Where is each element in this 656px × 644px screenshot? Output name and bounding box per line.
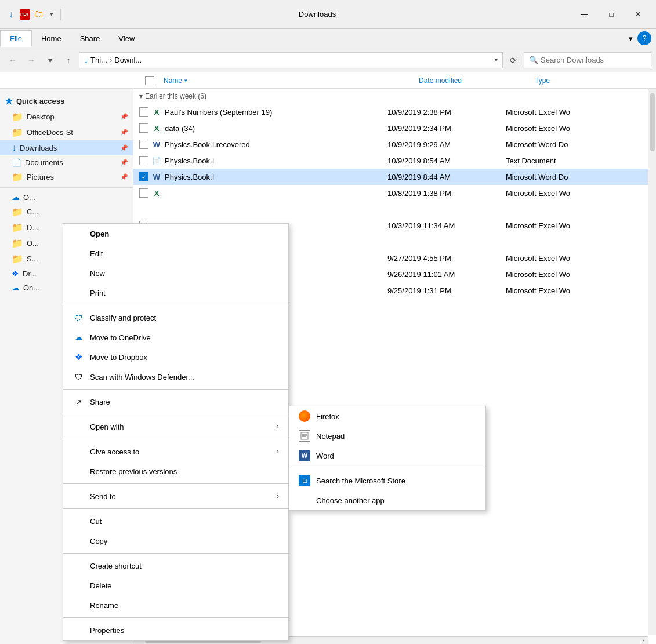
onedrive-icon: ☁: [12, 192, 20, 202]
back-button[interactable]: ←: [5, 52, 21, 68]
search-input[interactable]: [541, 56, 646, 64]
file-type: Microsoft Excel Wo: [506, 108, 650, 117]
table-row[interactable]: X data (34) 10/9/2019 2:34 PM Microsoft …: [133, 120, 656, 136]
ctx-rename[interactable]: Rename: [63, 595, 288, 615]
table-row[interactable]: W Physics.Book.I.recovered 10/9/2019 9:2…: [133, 136, 656, 152]
path-dropdown-arrow[interactable]: ▾: [495, 57, 498, 63]
folder-icon: 📁: [12, 222, 23, 233]
group-header[interactable]: ▾ Earlier this week (6): [133, 89, 656, 104]
quick-access-arrow[interactable]: ▾: [48, 9, 56, 19]
tab-file[interactable]: File: [0, 30, 32, 47]
file-name: Physics.Book.I: [165, 173, 385, 181]
scroll-right-arrow[interactable]: ›: [640, 637, 648, 645]
file-type: Microsoft Word Do: [506, 173, 650, 181]
tab-view[interactable]: View: [109, 31, 144, 46]
ctx-separator: [63, 305, 288, 305]
recent-button[interactable]: ▾: [42, 52, 58, 68]
submenu-item-word[interactable]: W Word: [289, 446, 485, 465]
file-type: Microsoft Excel Wo: [506, 286, 650, 295]
sidebar-item-label: Desktop: [27, 112, 55, 121]
ctx-cut[interactable]: Cut: [63, 511, 288, 531]
edit-icon: [73, 248, 84, 259]
sidebar-item-downloads[interactable]: ↓ Downloads 📌: [0, 140, 133, 155]
ctx-delete[interactable]: Delete: [63, 576, 288, 595]
minimize-button[interactable]: —: [571, 6, 598, 23]
ctx-move-dropbox[interactable]: ❖ Move to Dropbox: [63, 347, 288, 367]
file-checkbox[interactable]: [139, 156, 148, 165]
file-checkbox[interactable]: [139, 188, 148, 198]
sidebar-item-officedocs[interactable]: 📁 OfficeDocs-St 📌: [0, 125, 133, 140]
share-icon: ↗: [73, 396, 84, 407]
submenu-item-store[interactable]: ⊞ Search the Microsoft Store: [289, 471, 485, 490]
ctx-classify[interactable]: 🛡 Classify and protect: [63, 308, 288, 328]
submenu-item-notepad[interactable]: Notepad: [289, 426, 485, 446]
svg-rect-0: [301, 432, 308, 439]
ctx-edit-label: Edit: [90, 249, 103, 258]
ctx-open-with[interactable]: Open with ›: [63, 417, 288, 436]
text-icon: 📄: [151, 155, 162, 166]
file-checkbox[interactable]: [139, 123, 148, 133]
ribbon-chevron[interactable]: ▾: [624, 31, 637, 46]
open-with-submenu: Firefox Notepad W Word ⊞ Search the Micr…: [289, 406, 486, 511]
file-type: Microsoft Excel Wo: [506, 221, 650, 230]
forward-button[interactable]: →: [23, 52, 39, 68]
file-date: 10/9/2019 9:29 AM: [387, 140, 503, 149]
sidebar-item-pictures[interactable]: 📁 Pictures 📌: [0, 169, 133, 185]
up-button[interactable]: ↑: [60, 52, 77, 68]
sidebar-item-onedrive1[interactable]: ☁ O...: [0, 190, 133, 204]
folder-icon: 📁: [12, 172, 23, 183]
refresh-button[interactable]: ⟳: [505, 52, 521, 68]
table-row[interactable]: X 10/8/2019 1:38 PM Microsoft Excel Wo: [133, 185, 656, 201]
file-checkbox[interactable]: ✓: [139, 172, 148, 181]
rename-icon: [73, 599, 84, 611]
ctx-properties[interactable]: Properties: [63, 620, 288, 640]
ctx-restore[interactable]: Restore previous versions: [63, 461, 288, 481]
file-checkbox[interactable]: [139, 107, 148, 117]
maximize-button[interactable]: □: [598, 6, 625, 23]
sidebar-item-desktop[interactable]: 📁 Desktop 📌: [0, 109, 133, 125]
file-checkbox[interactable]: [139, 140, 148, 149]
context-menu: Open Edit New Print 🛡 Classify and prote…: [63, 223, 289, 641]
ctx-scan[interactable]: 🛡 Scan with Windows Defender...: [63, 367, 288, 387]
folder-icon: 📁: [12, 111, 23, 122]
ctx-new-label: New: [90, 269, 105, 278]
sidebar-item-c[interactable]: 📁 C...: [0, 204, 133, 220]
file-type: Microsoft Excel Wo: [506, 254, 650, 263]
tab-home[interactable]: Home: [32, 31, 71, 46]
submenu-item-choose[interactable]: Choose another app: [289, 490, 485, 510]
file-date: 10/9/2019 2:34 PM: [387, 124, 503, 133]
properties-icon: [73, 624, 84, 636]
firefox-icon: [299, 410, 310, 422]
store-label: Search the Microsoft Store: [316, 476, 405, 485]
ctx-copy[interactable]: Copy: [63, 531, 288, 551]
tab-share[interactable]: Share: [71, 31, 110, 46]
ctx-open[interactable]: Open: [63, 224, 288, 243]
table-row[interactable]: X Paul's Numbers (September 19) 10/9/201…: [133, 104, 656, 120]
ctx-edit[interactable]: Edit: [63, 243, 288, 263]
ctx-send-to[interactable]: Send to ›: [63, 486, 288, 506]
col-header-name[interactable]: Name ▾: [159, 77, 414, 85]
ctx-share[interactable]: ↗ Share: [63, 392, 288, 412]
submenu-item-firefox[interactable]: Firefox: [289, 406, 485, 426]
file-date: 9/27/2019 4:55 PM: [387, 254, 503, 263]
sidebar-item-documents[interactable]: 📄 Documents 📌: [0, 155, 133, 169]
help-button[interactable]: ?: [637, 31, 651, 45]
excel-icon: X: [151, 187, 162, 199]
onedrive-icon: ☁: [73, 332, 84, 343]
ctx-print[interactable]: Print: [63, 283, 288, 303]
col-header-type[interactable]: Type: [530, 77, 656, 85]
ctx-move-onedrive[interactable]: ☁ Move to OneDrive: [63, 328, 288, 347]
table-row[interactable]: ✓ W Physics.Book.I 10/9/2019 8:44 AM Mic…: [133, 169, 656, 185]
file-name: Physics.Book.I: [165, 157, 385, 165]
file-name: Paul's Numbers (September 19): [165, 108, 385, 117]
ctx-give-access[interactable]: Give access to ›: [63, 442, 288, 461]
select-all-checkbox[interactable]: [145, 76, 154, 85]
ctx-new[interactable]: New: [63, 263, 288, 283]
file-type: Microsoft Word Do: [506, 140, 650, 149]
table-row[interactable]: 📄 Physics.Book.I 10/9/2019 8:54 AM Text …: [133, 152, 656, 169]
address-path[interactable]: ↓ Thi... › Downl... ▾: [79, 52, 503, 68]
ctx-create-shortcut[interactable]: Create shortcut: [63, 556, 288, 576]
col-header-date[interactable]: Date modified: [414, 77, 530, 85]
close-button[interactable]: ✕: [625, 6, 651, 23]
vertical-scrollbar[interactable]: [648, 89, 656, 635]
